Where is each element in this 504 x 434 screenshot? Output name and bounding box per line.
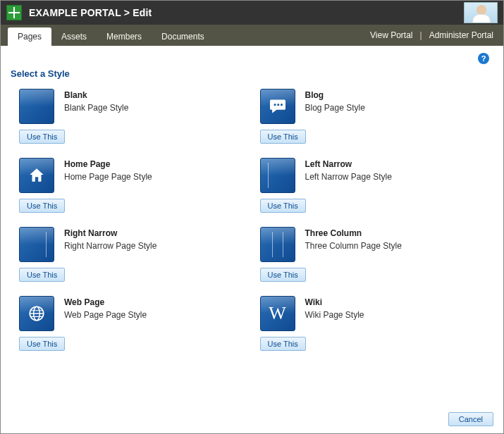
use-this-button-right-narrow[interactable]: Use This [19, 268, 65, 282]
content-area: ? Select a Style Blank Blank Page Style … [1, 46, 503, 351]
wiki-icon: W [260, 296, 295, 331]
tab-label: Members [106, 32, 142, 42]
use-this-button-three-column[interactable]: Use This [260, 268, 306, 282]
main-tabs: Pages Assets Members Documents [8, 25, 214, 46]
style-title: Web Page [64, 297, 147, 307]
style-title: Blank [64, 90, 128, 100]
blank-icon [19, 89, 54, 124]
view-portal-link[interactable]: View Portal [367, 30, 415, 40]
web-page-icon [19, 296, 54, 331]
style-title: Home Page [64, 159, 152, 169]
nav-separator: | [416, 30, 426, 40]
nav-right-links: View Portal | Administer Portal [367, 25, 496, 46]
style-card-web-page: Web Page Web Page Page Style Use This [19, 296, 253, 351]
right-narrow-icon [19, 227, 54, 262]
three-column-icon [260, 227, 295, 262]
use-this-button-left-narrow[interactable]: Use This [260, 199, 306, 213]
home-icon [19, 158, 54, 193]
style-card-blank: Blank Blank Page Style Use This [19, 89, 253, 144]
tab-members[interactable]: Members [97, 27, 152, 46]
tab-assets[interactable]: Assets [51, 27, 97, 46]
style-title: Three Column [305, 228, 402, 238]
section-title: Select a Style [11, 64, 493, 89]
tab-label: Assets [61, 32, 87, 42]
svg-point-1 [277, 104, 279, 106]
style-grid: Blank Blank Page Style Use This Blog Blo… [11, 89, 493, 351]
portal-name: EXAMPLE PORTAL [29, 7, 121, 18]
tab-label: Documents [161, 32, 204, 42]
style-title: Blog [305, 90, 365, 100]
left-narrow-icon [260, 158, 295, 193]
style-desc: Home Page Page Style [64, 172, 152, 182]
style-desc: Web Page Page Style [64, 310, 147, 320]
style-title: Right Narrow [64, 228, 156, 238]
style-desc: Wiki Page Style [305, 310, 364, 320]
style-desc: Right Narrow Page Style [64, 241, 156, 251]
style-desc: Blog Page Style [305, 103, 365, 113]
tab-pages[interactable]: Pages [8, 27, 51, 46]
breadcrumb: EXAMPLE PORTAL > Edit [29, 7, 152, 18]
use-this-button-blog[interactable]: Use This [260, 130, 306, 144]
use-this-button-web-page[interactable]: Use This [19, 337, 65, 351]
style-card-blog: Blog Blog Page Style Use This [260, 89, 494, 144]
portal-app-icon [6, 5, 22, 20]
style-desc: Three Column Page Style [305, 241, 402, 251]
svg-point-0 [273, 104, 276, 106]
use-this-button-wiki[interactable]: Use This [260, 337, 306, 351]
style-desc: Blank Page Style [64, 103, 128, 113]
help-icon[interactable]: ? [478, 53, 489, 64]
administer-portal-link[interactable]: Administer Portal [426, 30, 496, 40]
user-avatar[interactable] [464, 2, 498, 23]
top-bar: EXAMPLE PORTAL > Edit [1, 1, 503, 25]
breadcrumb-separator: > [124, 7, 130, 18]
blog-icon [260, 89, 295, 124]
tab-label: Pages [18, 32, 42, 42]
page-mode: Edit [133, 7, 152, 18]
tab-documents[interactable]: Documents [152, 27, 214, 46]
cancel-button[interactable]: Cancel [448, 412, 493, 426]
use-this-button-blank[interactable]: Use This [19, 130, 65, 144]
svg-point-2 [280, 104, 282, 106]
style-desc: Left Narrow Page Style [305, 172, 392, 182]
style-card-wiki: W Wiki Wiki Page Style Use This [260, 296, 494, 351]
footer: Cancel [448, 412, 493, 426]
use-this-button-home[interactable]: Use This [19, 199, 65, 213]
style-card-home: Home Page Home Page Page Style Use This [19, 158, 253, 213]
nav-row: Pages Assets Members Documents View Port… [1, 25, 503, 46]
style-card-right-narrow: Right Narrow Right Narrow Page Style Use… [19, 227, 253, 282]
style-title: Wiki [305, 297, 364, 307]
style-card-left-narrow: Left Narrow Left Narrow Page Style Use T… [260, 158, 494, 213]
style-card-three-column: Three Column Three Column Page Style Use… [260, 227, 494, 282]
style-title: Left Narrow [305, 159, 392, 169]
